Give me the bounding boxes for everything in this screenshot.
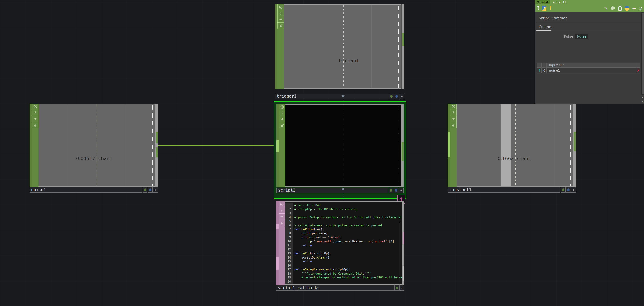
- node-color-button[interactable]: [561, 187, 566, 192]
- pulse-button[interactable]: Pulse: [575, 34, 588, 39]
- line-number: 5: [285, 220, 292, 224]
- line-number: 15: [285, 260, 292, 264]
- scroll-down-button[interactable]: ▼: [641, 100, 644, 104]
- node-noise1[interactable]: 0.04517 chan1 noise1 ✦: [30, 104, 158, 193]
- line-number: 6: [285, 224, 292, 228]
- node-edge: [276, 104, 279, 187]
- parameter-panel-header[interactable]: Script script1: [535, 0, 644, 4]
- input-op-name-field[interactable]: noise1: [547, 68, 636, 73]
- op-name-field[interactable]: script1: [552, 0, 566, 4]
- input-op-row: ↑0noise1✗: [537, 68, 640, 73]
- lightning-icon[interactable]: [32, 110, 38, 116]
- node-color-button[interactable]: [388, 188, 393, 193]
- bullseye-icon[interactable]: [278, 4, 284, 10]
- lock-icon[interactable]: [278, 220, 285, 226]
- node-flag-column: [279, 104, 285, 187]
- input-connector[interactable]: [276, 140, 279, 152]
- tab-script[interactable]: Script: [539, 16, 549, 20]
- code-line: 2# scriptOp - the OP which is cooking: [285, 208, 402, 212]
- node-parameters-button[interactable]: ✦: [399, 188, 404, 193]
- node-parameters-button[interactable]: ✦: [571, 187, 576, 192]
- line-number: 13: [285, 252, 292, 256]
- input-connector[interactable]: [448, 132, 450, 157]
- dat-connector[interactable]: [276, 224, 278, 228]
- info-icon[interactable]: i: [549, 6, 551, 10]
- arrow-icon[interactable]: [278, 16, 284, 22]
- panel-scrollbar[interactable]: [641, 12, 644, 95]
- code-line: 7def onPulse(par):: [285, 228, 402, 232]
- node-script1[interactable]: script1 ✦: [276, 104, 404, 198]
- section-custom-label[interactable]: Custom: [539, 25, 552, 29]
- target-icon[interactable]: ◎: [639, 6, 643, 11]
- comment-bubble-icon[interactable]: [610, 6, 615, 10]
- wire-attach-point[interactable]: [156, 143, 158, 148]
- node-parameters-button[interactable]: ✦: [400, 285, 404, 290]
- node-name-label[interactable]: constant1: [448, 187, 560, 192]
- arrow-icon[interactable]: [279, 116, 285, 122]
- code-line: 12: [285, 248, 402, 252]
- scrollbar-thumb[interactable]: [402, 266, 404, 281]
- blue-dot-icon: [396, 95, 398, 98]
- output-connector[interactable]: [402, 142, 404, 161]
- bullseye-icon[interactable]: [278, 201, 285, 208]
- copy-parameters-icon[interactable]: [618, 6, 622, 11]
- node-parameters-button[interactable]: ✦: [399, 94, 404, 99]
- dat-connector[interactable]: [276, 257, 278, 270]
- python-icon[interactable]: [624, 6, 629, 11]
- bullseye-icon[interactable]: [450, 104, 456, 110]
- node-name-label[interactable]: noise1: [30, 187, 142, 192]
- output-connector[interactable]: [574, 132, 576, 152]
- output-connector[interactable]: [402, 33, 404, 46]
- node-trigger1[interactable]: 0 chan1 trigger1 ✦: [275, 4, 404, 100]
- lightning-icon[interactable]: [450, 110, 456, 116]
- network-editor-background[interactable]: { "panel": { "op_type": "Script", "op_na…: [0, 0, 644, 306]
- bullseye-icon[interactable]: [279, 104, 285, 110]
- arrow-icon[interactable]: [278, 214, 285, 220]
- bullseye-icon[interactable]: [32, 104, 38, 110]
- node-comment-button[interactable]: [394, 188, 398, 193]
- edit-pencil-icon[interactable]: ✎: [604, 6, 608, 11]
- lightning-icon[interactable]: [279, 110, 285, 116]
- lock-icon[interactable]: [32, 122, 38, 128]
- node-comment-button[interactable]: [566, 187, 571, 192]
- wire-noise1-script1[interactable]: [158, 146, 276, 146]
- node-name-label[interactable]: trigger1: [275, 94, 389, 99]
- node-name-label[interactable]: script1_callbacks: [276, 285, 394, 290]
- lightning-icon[interactable]: [278, 208, 285, 214]
- node-color-button[interactable]: [143, 187, 148, 192]
- node-parameters-button[interactable]: ✦: [153, 187, 158, 192]
- blue-dot-icon: [149, 188, 152, 191]
- node-comment-button[interactable]: [394, 94, 399, 99]
- add-parameter-icon[interactable]: +: [632, 6, 636, 11]
- lock-icon[interactable]: [450, 122, 456, 128]
- node-script1-callbacks[interactable]: 1# me - this DAT2# scriptOp - the OP whi…: [276, 201, 404, 291]
- green-dot-icon: [390, 95, 393, 98]
- code-area[interactable]: 1# me - this DAT2# scriptOp - the OP whi…: [285, 201, 402, 285]
- node-constant1[interactable]: -0.1662 chan1 constant1 ✦: [448, 104, 576, 193]
- tab-common[interactable]: Common: [552, 16, 568, 20]
- arrow-icon[interactable]: [450, 116, 456, 122]
- scroll-up-button[interactable]: ▲: [641, 95, 644, 100]
- delete-input-icon[interactable]: ✗: [636, 68, 640, 73]
- scrollbar-thumb[interactable]: [642, 13, 644, 94]
- dat-out-connector[interactable]: [402, 232, 404, 244]
- move-up-icon[interactable]: ↑: [537, 68, 542, 73]
- help-icon[interactable]: ?: [537, 6, 540, 10]
- node-color-button[interactable]: [394, 285, 399, 290]
- lock-icon[interactable]: [279, 122, 285, 128]
- node-name-label[interactable]: script1: [276, 188, 388, 193]
- chop-viewer-constant1[interactable]: [456, 104, 573, 187]
- star-icon: ✦: [400, 188, 402, 192]
- python-help-icon[interactable]: ?: [542, 6, 546, 11]
- line-number: 14: [285, 256, 292, 260]
- lock-icon[interactable]: [278, 22, 284, 29]
- arrow-icon[interactable]: [32, 116, 38, 122]
- chop-viewer-trigger1[interactable]: [284, 4, 401, 89]
- node-color-button[interactable]: [389, 94, 394, 99]
- pulse-parameter-label[interactable]: Pulse: [535, 34, 573, 38]
- line-number: 10: [285, 240, 292, 244]
- chop-viewer-noise1[interactable]: [38, 104, 155, 187]
- node-comment-button[interactable]: [148, 187, 152, 192]
- chop-viewer-script1[interactable]: [285, 104, 400, 187]
- lightning-icon[interactable]: [278, 10, 284, 16]
